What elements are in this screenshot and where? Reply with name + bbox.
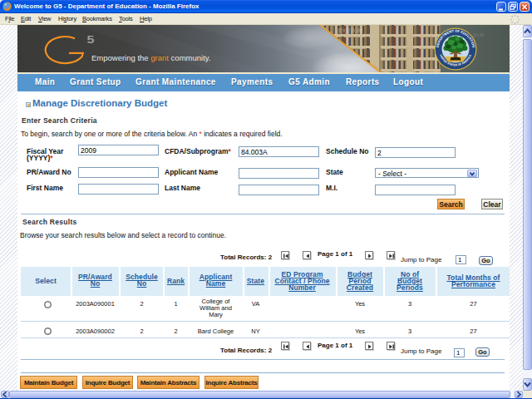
svg-text:f(x,θ): f(x,θ) <box>473 32 485 37</box>
svg-text:5: 5 <box>87 33 95 46</box>
svg-text:∫f(x)ƒ(x,θ): ∫f(x)ƒ(x,θ) <box>337 27 362 34</box>
svg-text:Empowering the grant community: Empowering the grant community. <box>91 53 210 62</box>
